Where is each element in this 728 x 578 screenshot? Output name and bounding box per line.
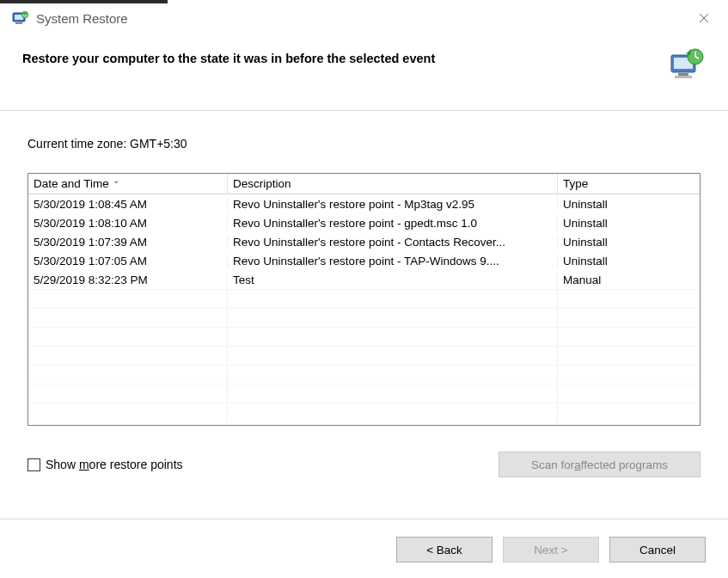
below-table-row: Show more restore points Scan for affect… xyxy=(28,452,700,477)
table-row[interactable]: 5/30/2019 1:08:10 AMRevo Uninstaller's r… xyxy=(28,213,700,232)
sort-descending-icon: ⌄ xyxy=(113,175,119,185)
cancel-button[interactable]: Cancel xyxy=(609,537,706,563)
close-button[interactable] xyxy=(692,9,716,27)
restore-hero-icon xyxy=(668,46,706,84)
footer-buttons: < Back Next > Cancel xyxy=(396,537,706,563)
cell-type: Manual xyxy=(558,274,700,286)
column-header-description[interactable]: Description xyxy=(228,174,558,194)
footer-separator xyxy=(0,519,728,520)
show-more-checkbox[interactable] xyxy=(28,458,40,471)
table-header: Date and Time ⌄ Description Type xyxy=(28,174,700,194)
cell-date: 5/30/2019 1:07:39 AM xyxy=(28,236,228,249)
cell-date: 5/30/2019 1:07:05 AM xyxy=(28,255,228,267)
cell-date: 5/30/2019 1:08:10 AM xyxy=(28,217,228,230)
cell-description: Revo Uninstaller's restore point - TAP-W… xyxy=(228,255,558,267)
column-header-date[interactable]: Date and Time ⌄ xyxy=(28,174,228,194)
page-headline: Restore your computer to the state it wa… xyxy=(22,52,435,65)
table-row[interactable]: 5/30/2019 1:07:05 AMRevo Uninstaller's r… xyxy=(28,251,700,270)
titlebar: System Restore xyxy=(0,0,728,38)
cell-description: Revo Uninstaller's restore point - Mp3ta… xyxy=(228,198,558,211)
svg-rect-9 xyxy=(675,76,692,78)
show-more-label: Show more restore points xyxy=(46,458,183,471)
cell-date: 5/29/2019 8:32:23 PM xyxy=(28,274,228,286)
table-empty-row xyxy=(28,384,700,403)
table-empty-row xyxy=(28,289,700,308)
system-restore-icon xyxy=(12,10,29,26)
window-title: System Restore xyxy=(36,11,692,26)
table-empty-row xyxy=(28,308,700,327)
table-row[interactable]: 5/29/2019 8:32:23 PMTestManual xyxy=(28,270,700,289)
table-empty-row xyxy=(28,365,700,384)
content-area: Current time zone: GMT+5:30 Date and Tim… xyxy=(0,111,728,477)
svg-rect-2 xyxy=(15,22,22,24)
svg-point-3 xyxy=(21,11,28,18)
table-empty-row xyxy=(28,346,700,365)
cell-type: Uninstall xyxy=(558,217,700,230)
column-header-type[interactable]: Type xyxy=(558,174,700,194)
table-empty-row xyxy=(28,327,700,346)
scan-affected-programs-button: Scan for affected programs xyxy=(499,452,700,477)
cell-description: Revo Uninstaller's restore point - gpedt… xyxy=(228,217,558,230)
cell-description: Revo Uninstaller's restore point - Conta… xyxy=(228,236,558,249)
table-row[interactable]: 5/30/2019 1:08:45 AMRevo Uninstaller's r… xyxy=(28,194,700,213)
titlebar-darkstrip xyxy=(0,0,168,3)
svg-rect-8 xyxy=(678,73,688,76)
cell-type: Uninstall xyxy=(558,198,700,211)
back-button[interactable]: < Back xyxy=(396,537,492,563)
next-button: Next > xyxy=(503,537,599,563)
table-row[interactable]: 5/30/2019 1:07:39 AMRevo Uninstaller's r… xyxy=(28,232,700,251)
column-header-date-label: Date and Time xyxy=(34,177,109,190)
close-icon xyxy=(699,13,709,23)
cell-description: Test xyxy=(228,274,558,286)
cell-type: Uninstall xyxy=(558,255,700,267)
table-body: 5/30/2019 1:08:45 AMRevo Uninstaller's r… xyxy=(28,194,700,421)
table-empty-row xyxy=(28,403,700,421)
cell-date: 5/30/2019 1:08:45 AM xyxy=(28,198,228,211)
timezone-label: Current time zone: GMT+5:30 xyxy=(28,137,700,151)
column-header-type-label: Type xyxy=(563,177,588,190)
restore-points-table[interactable]: Date and Time ⌄ Description Type 5/30/20… xyxy=(28,173,700,426)
header-section: Restore your computer to the state it wa… xyxy=(0,38,728,111)
show-more-checkbox-wrap[interactable]: Show more restore points xyxy=(28,458,183,471)
column-header-description-label: Description xyxy=(233,177,291,190)
cell-type: Uninstall xyxy=(558,236,700,249)
